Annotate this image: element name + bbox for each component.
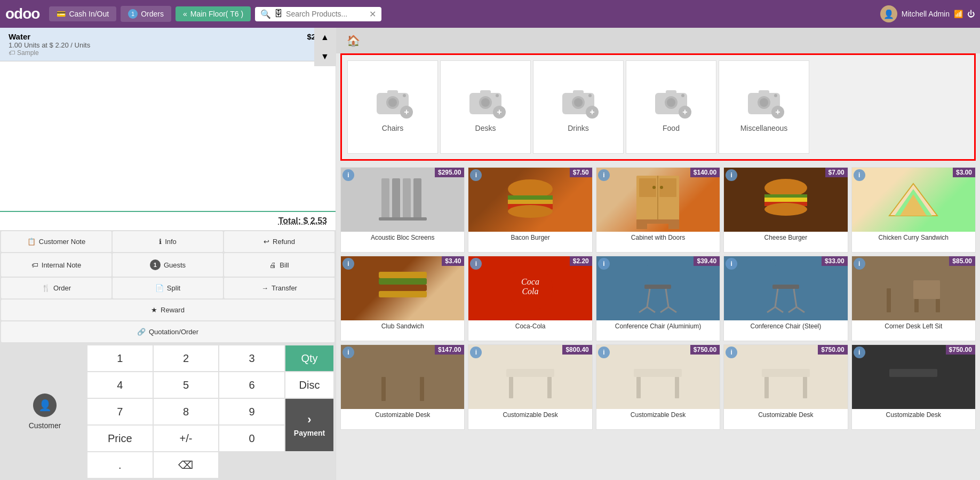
img-desk2: [468, 345, 592, 409]
scroll-down-button[interactable]: ▼: [314, 47, 336, 66]
name-desk1: Customizable Desk: [341, 409, 464, 429]
product-info-acoustic[interactable]: i: [342, 169, 354, 181]
num-1-button[interactable]: 1: [87, 345, 153, 371]
num-5-button[interactable]: 5: [154, 372, 219, 398]
svg-point-44: [764, 179, 807, 197]
product-info-desk1[interactable]: i: [342, 347, 354, 358]
quotation-order-button[interactable]: 🔗 Quotation/Order: [1, 321, 334, 342]
decimal-button[interactable]: .: [87, 452, 153, 478]
price-desk5: $750.00: [946, 345, 975, 355]
product-corner-desk-left-sit[interactable]: i $85.00 Corner Desk Left Sit: [851, 256, 976, 341]
product-conference-chair-al[interactable]: i $39.40 Conference Chair (Aluminium): [596, 256, 720, 341]
clear-search-icon[interactable]: ✕: [369, 9, 376, 19]
svg-rect-59: [647, 264, 668, 283]
product-customizable-desk-2[interactable]: i $800.40 Customizable Desk: [468, 344, 592, 430]
drinks-camera-icon: +: [557, 82, 600, 120]
bill-button[interactable]: 🖨 Bill: [224, 253, 334, 277]
top-navigation: odoo 💳 Cash In/Out 1 Orders « Main Floor…: [0, 0, 980, 28]
order-item[interactable]: Water $2.20 1.00 Units at $ 2.20 / Units…: [0, 28, 336, 61]
svg-point-9: [496, 94, 499, 97]
svg-rect-32: [508, 200, 553, 204]
svg-text:Coca: Coca: [521, 277, 539, 286]
qty-button[interactable]: Qty: [285, 345, 333, 371]
product-chicken-curry-sandwich[interactable]: i $3.00 Chicken Curry Sandwich: [851, 167, 976, 253]
product-cabinet-with-doors[interactable]: i $140.00 Cabinet with Door: [596, 167, 720, 253]
price-desk3: $750.00: [690, 345, 720, 355]
product-customizable-desk-1[interactable]: i $147.00 Customizable Desk: [340, 344, 465, 430]
num-6-button[interactable]: 6: [219, 372, 284, 398]
img-desk5: [852, 345, 975, 409]
desks-camera-icon: +: [464, 82, 507, 120]
transfer-button[interactable]: → Transfer: [224, 278, 334, 298]
product-cheese-burger[interactable]: i $7.00 Cheese Burger: [723, 167, 848, 253]
product-customizable-desk-4[interactable]: i $750.00 Customizable Desk: [723, 344, 848, 430]
num-4-button[interactable]: 4: [87, 372, 153, 398]
svg-rect-60: [644, 285, 671, 289]
category-miscellaneous[interactable]: + Miscellaneous: [719, 60, 809, 154]
product-info-corner-desk[interactable]: i: [854, 258, 865, 270]
split-button[interactable]: 📄 Split: [113, 278, 223, 298]
scroll-up-button[interactable]: ▲: [314, 28, 336, 47]
num-3-button[interactable]: 3: [219, 345, 284, 371]
orders-button[interactable]: 1 Orders: [121, 6, 171, 22]
disc-button[interactable]: Disc: [285, 372, 333, 398]
svg-rect-88: [675, 377, 679, 398]
product-bacon-burger[interactable]: i $7.50 Bacon Burger: [468, 167, 592, 253]
order-button[interactable]: 🍴 Order: [1, 278, 111, 298]
svg-point-19: [681, 94, 684, 97]
num-8-button[interactable]: 8: [154, 399, 219, 424]
search-input[interactable]: [286, 10, 366, 18]
price-button[interactable]: Price: [87, 426, 153, 451]
backspace-button[interactable]: ⌫: [154, 452, 219, 478]
num-9-button[interactable]: 9: [219, 399, 284, 424]
svg-rect-29: [379, 217, 427, 221]
right-topbar: 🏠: [336, 28, 980, 53]
product-customizable-desk-5[interactable]: i $750.00 Customizable Desk: [851, 344, 976, 430]
floor-button[interactable]: « Main Floor( T6 ): [176, 6, 251, 21]
svg-point-12: [574, 98, 583, 107]
svg-rect-77: [887, 288, 891, 312]
product-club-sandwich[interactable]: i $3.40 Club Sandwich: [340, 256, 465, 341]
svg-line-64: [647, 307, 655, 312]
internal-note-button[interactable]: 🏷 Internal Note: [1, 253, 111, 277]
svg-point-48: [764, 203, 807, 216]
plusminus-button[interactable]: +/-: [154, 426, 219, 451]
num-7-button[interactable]: 7: [87, 399, 153, 424]
chairs-plus-icon: +: [400, 106, 413, 119]
customer-note-icon: 📋: [27, 238, 36, 246]
cash-inout-button[interactable]: 💳 Cash In/Out: [49, 6, 116, 21]
category-food[interactable]: + Food: [626, 60, 716, 154]
img-cabinet: [596, 168, 720, 232]
numpad-grid: 1 2 3 Qty 4 5 6 Disc › Payment 7 8 9 Pri…: [87, 345, 333, 478]
refund-button[interactable]: ↩ Refund: [224, 231, 334, 252]
category-drinks[interactable]: + Drinks: [533, 60, 624, 154]
svg-line-66: [668, 307, 676, 312]
reward-button[interactable]: ★ Reward: [1, 300, 334, 320]
product-info-desk3[interactable]: i: [598, 347, 610, 358]
product-info-chicken[interactable]: i: [854, 169, 865, 181]
price-cabinet: $140.00: [690, 168, 720, 177]
product-info-chair-al[interactable]: i: [598, 258, 610, 270]
guests-button[interactable]: 1 Guests: [113, 253, 223, 277]
product-customizable-desk-3[interactable]: i $750.00 Customizable Desk: [596, 344, 720, 430]
img-chicken: [852, 168, 975, 232]
payment-button[interactable]: › Payment: [285, 399, 333, 451]
svg-rect-55: [379, 272, 427, 278]
category-desks[interactable]: + Desks: [440, 60, 531, 154]
svg-point-40: [660, 186, 663, 189]
info-button[interactable]: ℹ Info: [113, 231, 223, 252]
product-acoustic-bloc-screens[interactable]: i $295.00 Acoustic Bloc Screens: [340, 167, 465, 253]
num-0-button[interactable]: 0: [219, 426, 284, 451]
category-chairs[interactable]: + Chairs: [347, 60, 438, 154]
product-conference-chair-st[interactable]: i $33.00 Conference Chair (Steel): [723, 256, 848, 341]
product-coca-cola[interactable]: i $2.20 Coca Cola Coca-Cola: [468, 256, 592, 341]
customer-column: 👤 Customer: [2, 345, 87, 478]
svg-point-4: [403, 94, 406, 97]
home-button[interactable]: 🏠: [342, 32, 364, 49]
product-info-club[interactable]: i: [342, 258, 354, 270]
customer-note-button[interactable]: 📋 Customer Note: [1, 231, 111, 252]
product-info-cabinet[interactable]: i: [598, 169, 610, 181]
num-2-button[interactable]: 2: [154, 345, 219, 371]
categories-row: + Chairs + Desks: [340, 53, 976, 161]
product-info-desk5[interactable]: i: [854, 347, 865, 358]
